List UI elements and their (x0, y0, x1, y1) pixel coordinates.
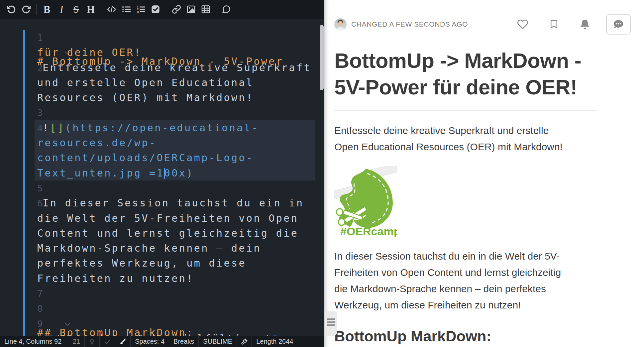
change-indicator-bar (23, 30, 25, 336)
avatar[interactable] (334, 18, 347, 31)
table-button[interactable] (198, 2, 213, 17)
brush-icon (119, 338, 126, 345)
code-token: **Verwahren & Vervielfältigen** (48, 333, 279, 336)
title-divider (334, 110, 598, 111)
comment-button[interactable] (219, 2, 234, 17)
italic-button[interactable]: I (54, 2, 69, 17)
toc-handle[interactable] (325, 311, 337, 336)
editor-line[interactable]: Freiheiten zu nutzen! (0, 271, 324, 286)
lightbulb-icon (89, 338, 95, 345)
strikethrough-button[interactable]: S (69, 2, 83, 17)
undo-button[interactable] (4, 2, 19, 17)
line-number: 2 (37, 63, 43, 73)
check-list-icon (151, 5, 160, 14)
note-title: BottomUp -> MarkDown - 5V-Power für dein… (334, 47, 644, 100)
editor-line[interactable]: 3 (0, 105, 324, 120)
code-editor[interactable]: 1# BottomUp -> MarkDown - 5V-Powerfür de… (0, 19, 324, 336)
editor-line[interactable]: Resources (OER) mit Markdown! (0, 90, 324, 105)
line-number: 6 (37, 198, 43, 208)
code-token: Entfessele deine kreative Superkraft (43, 62, 311, 73)
bookmark-button[interactable] (549, 19, 559, 29)
line-number: 5 (37, 183, 43, 193)
ordered-list-button[interactable]: 123 (134, 2, 148, 17)
editor-line[interactable]: 6In dieser Session tauchst du ein in (0, 195, 324, 210)
spellcheck-toggle[interactable] (100, 336, 115, 347)
editor-line[interactable]: 4![](https://open-educational- (0, 120, 324, 135)
code-token: Content und lernst gleichzeitig die (37, 227, 298, 239)
code-token: die Welt der 5V-Freiheiten von Open (37, 212, 298, 224)
bold-button[interactable]: B (40, 2, 54, 17)
toolbar-separator (36, 4, 37, 15)
editor-scrollbar-thumb[interactable] (320, 25, 324, 90)
table-icon (201, 5, 210, 14)
line-number: 4 (37, 123, 43, 133)
preview-header: CHANGED A FEW SECONDS AGO (334, 13, 631, 35)
check-list-button[interactable] (148, 2, 163, 17)
editor-line[interactable]: und erstelle Open Educational (0, 75, 324, 90)
editor-line[interactable]: resources.de/wp- (0, 135, 324, 150)
night-mode-toggle[interactable] (85, 336, 100, 347)
cursor-position-status: Line 4, Columns 92 — 21 (0, 336, 85, 347)
avatar-photo (334, 18, 347, 31)
editor-line[interactable]: 7 (0, 286, 324, 301)
redo-button[interactable] (19, 2, 33, 17)
editor-line[interactable]: 1# BottomUp -> MarkDown - 5V-Power (0, 30, 324, 45)
comment-icon (222, 5, 231, 14)
preferences-button[interactable] (237, 336, 252, 347)
editor-line[interactable]: Markdown-Sprache kennen – dein (0, 241, 324, 256)
like-button[interactable] (517, 19, 528, 30)
heading-icon: H (87, 4, 95, 15)
code-lines: 1# BottomUp -> MarkDown - 5V-Powerfür de… (0, 30, 324, 336)
bell-icon (580, 19, 590, 30)
note-actions (496, 14, 631, 35)
undo-icon (7, 5, 16, 14)
editor-line[interactable]: Content und lernst gleichzeitig die (0, 226, 324, 241)
comments-button[interactable] (606, 14, 631, 35)
spaces-label: Spaces: 4 (135, 338, 164, 345)
bookmark-icon (549, 19, 559, 29)
code-token: Text_unten.jpg =1 (37, 167, 164, 179)
editor-line[interactable]: 5 (0, 180, 324, 195)
image-button[interactable] (184, 2, 198, 17)
editor-line[interactable]: 2Entfessele deine kreative Superkraft (0, 60, 324, 75)
editor-line[interactable]: die Welt der 5V-Freiheiten von Open (0, 211, 324, 226)
code-token: Markdown-Sprache kennen – dein (37, 242, 261, 254)
fold-chevron-icon[interactable] (66, 321, 324, 325)
toolbar-separator (101, 4, 101, 15)
indent-setting[interactable]: Spaces: 4 (131, 336, 169, 347)
link-button[interactable] (169, 2, 184, 17)
subscribe-button[interactable] (580, 19, 590, 30)
cursor-position-extra: — 21 (64, 338, 80, 345)
theme-brush-toggle[interactable] (115, 336, 131, 347)
cursor-position-text: Line 4, Columns 92 (4, 338, 61, 345)
code-token: Freiheiten zu nutzen! (37, 273, 194, 284)
editor-line[interactable]: perfektes Werkzeug, um diese (0, 256, 324, 271)
line-number: 7 (37, 289, 43, 299)
linebreak-setting[interactable]: Breaks (169, 336, 199, 347)
intro-paragraph: Entfessele deine kreative Superkraft und… (334, 122, 644, 155)
editor-line[interactable]: Text_unten.jpg =100x) (0, 166, 324, 180)
code-button[interactable] (104, 2, 119, 17)
length-label: Length 2644 (256, 338, 293, 345)
code-token: [] (50, 122, 65, 134)
keymap-setting[interactable]: SUBLIME (199, 336, 237, 347)
heading-button[interactable]: H (83, 2, 98, 17)
code-token: ! (43, 122, 50, 134)
session-paragraph: In dieser Session tauchst du ein in die … (334, 248, 644, 313)
preview-pane: CHANGED A FEW SECONDS AGO BottomUp -> Ma… (324, 0, 644, 347)
code-token: (https://open-educational- (65, 122, 259, 134)
code-token: content/uploads/OERCamp-Logo- (37, 152, 254, 164)
last-changed-status: CHANGED A FEW SECONDS AGO (351, 20, 468, 28)
editor-line[interactable]: 8## BottomUp MarkDown: (0, 301, 324, 316)
oercamp-logo-image: #OERcamp (334, 166, 397, 237)
code-token: perfektes Werkzeug, um diese (37, 257, 246, 269)
line-number: 3 (37, 108, 43, 118)
unordered-list-button[interactable] (119, 2, 134, 17)
editor-statusbar: Line 4, Columns 92 — 21 Spaces: 4 Breaks… (0, 336, 324, 347)
editor-toolbar: B I S H 123 (0, 0, 324, 19)
app-window: B I S H 123 (0, 0, 644, 347)
code-icon (107, 5, 116, 14)
wrench-icon (241, 338, 248, 345)
link-icon (172, 5, 181, 14)
editor-line[interactable]: content/uploads/OERCamp-Logo- (0, 150, 324, 165)
